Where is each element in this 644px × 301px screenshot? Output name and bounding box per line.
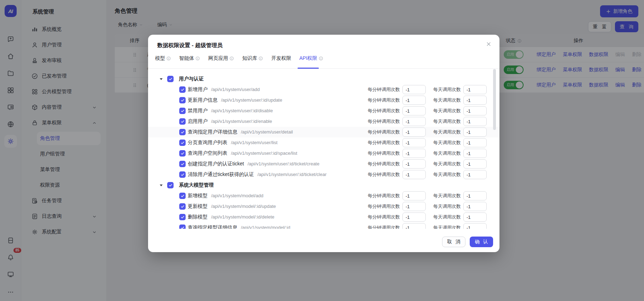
caret-down-icon[interactable]	[160, 78, 163, 80]
dialog-footer: 取 消 确 认	[442, 237, 493, 247]
group-checkbox[interactable]	[167, 182, 174, 188]
permission-path: /api/v1/system/user/list	[231, 140, 278, 145]
per-minute-input[interactable]	[402, 96, 426, 105]
api-permission-row: 查询用户空间列表/api/v1/system/user/:id/space/li…	[148, 148, 499, 159]
per-minute-label: 每分钟调用次数	[368, 171, 400, 178]
per-minute-input[interactable]	[402, 212, 426, 222]
api-permission-row: 清除用户通过ticket获得的认证/api/v1/system/user/:id…	[148, 169, 499, 180]
per-day-label: 每天调用次数	[433, 193, 461, 199]
per-day-input[interactable]	[463, 106, 487, 115]
tab-agent[interactable]: 智能体	[179, 55, 200, 62]
info-icon	[166, 56, 171, 61]
per-minute-input[interactable]	[402, 223, 426, 229]
cancel-button[interactable]: 取 消	[442, 237, 465, 247]
permission-checkbox[interactable]	[179, 140, 186, 146]
api-permission-row: 删除模型/api/v1/system/model/:id/delete每分钟调用…	[148, 212, 499, 222]
per-minute-label: 每分钟调用次数	[368, 140, 400, 146]
api-permission-row: 创建指定用户的认证ticket/api/v1/system/user/:id/t…	[148, 159, 499, 169]
permission-path: /api/v1/system/model/:id/update	[211, 204, 276, 209]
confirm-button[interactable]: 确 认	[470, 237, 493, 247]
tab-label: 智能体	[179, 55, 194, 62]
permission-path: /api/v1/system/user/:id/ticket/create	[248, 161, 320, 166]
info-icon	[318, 56, 323, 61]
per-minute-input[interactable]	[402, 191, 426, 200]
rate-limits: 每分钟调用次数每天调用次数	[368, 138, 487, 147]
per-minute-label: 每分钟调用次数	[368, 150, 400, 157]
check-icon	[180, 130, 185, 135]
permission-checkbox[interactable]	[179, 203, 186, 210]
permission-checkbox[interactable]	[179, 108, 186, 114]
permission-path: /api/v1/system/user/:id/enable	[211, 119, 272, 124]
tab-model[interactable]: 模型	[155, 55, 171, 62]
per-day-input[interactable]	[463, 191, 487, 200]
per-minute-label: 每分钟调用次数	[368, 214, 400, 220]
check-icon	[180, 162, 185, 166]
per-minute-input[interactable]	[402, 127, 426, 137]
per-minute-label: 每分钟调用次数	[368, 86, 400, 93]
per-day-input[interactable]	[463, 223, 487, 229]
per-day-label: 每天调用次数	[433, 129, 461, 135]
per-minute-input[interactable]	[402, 106, 426, 115]
permission-checkbox[interactable]	[179, 150, 186, 157]
caret-down-icon[interactable]	[160, 184, 163, 186]
per-minute-input[interactable]	[402, 117, 426, 126]
per-minute-input[interactable]	[402, 202, 426, 211]
tab-webapp[interactable]: 网页应用	[208, 55, 234, 62]
per-day-input[interactable]	[463, 117, 487, 126]
tab-label: API权限	[299, 55, 317, 62]
per-day-input[interactable]	[463, 159, 487, 169]
per-day-label: 每天调用次数	[433, 171, 461, 178]
per-day-label: 每天调用次数	[433, 150, 461, 157]
group-checkbox[interactable]	[167, 76, 174, 82]
per-minute-label: 每分钟调用次数	[368, 118, 400, 125]
tab-dev-permission[interactable]: 开发权限	[271, 55, 291, 62]
permission-checkbox[interactable]	[179, 161, 186, 167]
scrollbar-thumb[interactable]	[493, 69, 496, 130]
permission-checkbox[interactable]	[179, 86, 186, 93]
api-permission-row: 查询指定模型详细信息/api/v1/system/model/:id每分钟调用次…	[148, 222, 499, 229]
tab-knowledge[interactable]: 知识库	[242, 55, 263, 62]
check-icon	[180, 109, 185, 113]
permission-checkbox[interactable]	[179, 214, 186, 220]
tab-api-permission[interactable]: API权限	[299, 55, 323, 62]
per-minute-label: 每分钟调用次数	[368, 129, 400, 135]
per-day-input[interactable]	[463, 149, 487, 158]
check-icon	[180, 194, 185, 198]
permission-name: 启用用户/api/v1/system/user/:id/enable	[188, 118, 272, 125]
per-minute-input[interactable]	[402, 170, 426, 179]
permission-checkbox[interactable]	[179, 97, 186, 103]
per-minute-label: 每分钟调用次数	[368, 108, 400, 114]
per-day-input[interactable]	[463, 212, 487, 222]
per-minute-input[interactable]	[402, 85, 426, 94]
api-permission-row: 启用用户/api/v1/system/user/:id/enable每分钟调用次…	[148, 116, 499, 127]
close-button[interactable]	[486, 41, 492, 47]
permission-checkbox[interactable]	[179, 171, 186, 178]
dialog-title: 数据权限设置 - 超级管理员	[157, 42, 222, 49]
permission-checkbox[interactable]	[179, 225, 186, 229]
per-day-label: 每天调用次数	[433, 108, 461, 114]
per-day-label: 每天调用次数	[433, 203, 461, 210]
per-minute-input[interactable]	[402, 138, 426, 147]
permission-checkbox[interactable]	[179, 129, 186, 135]
check-icon	[180, 226, 185, 229]
per-day-input[interactable]	[463, 202, 487, 211]
per-minute-label: 每分钟调用次数	[368, 203, 400, 210]
per-day-input[interactable]	[463, 170, 487, 179]
api-permission-row: 新增模型/api/v1/system/model/add每分钟调用次数每天调用次…	[148, 191, 499, 201]
per-day-input[interactable]	[463, 96, 487, 105]
permission-path: /api/v1/system/user/:id/ticket/clear	[258, 172, 327, 177]
per-day-input[interactable]	[463, 138, 487, 147]
api-permission-row: 更新用户信息/api/v1/system/user/:id/update每分钟调…	[148, 95, 499, 106]
permission-name: 删除模型/api/v1/system/model/:id/delete	[188, 214, 274, 220]
info-icon	[195, 56, 200, 61]
per-minute-input[interactable]	[402, 149, 426, 158]
close-icon	[486, 41, 492, 47]
per-day-input[interactable]	[463, 85, 487, 94]
permission-checkbox[interactable]	[179, 118, 186, 125]
check-icon	[180, 172, 185, 177]
per-day-input[interactable]	[463, 127, 487, 137]
permission-checkbox[interactable]	[179, 193, 186, 199]
per-minute-input[interactable]	[402, 159, 426, 169]
rate-limits: 每分钟调用次数每天调用次数	[368, 117, 487, 126]
check-icon	[180, 204, 185, 209]
